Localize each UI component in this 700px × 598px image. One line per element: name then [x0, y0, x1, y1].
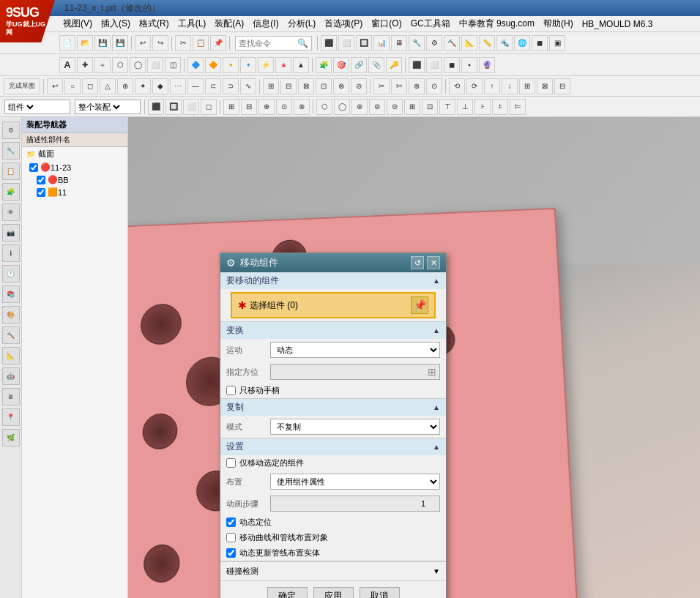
- tb2-c[interactable]: ＋: [94, 57, 111, 73]
- tb3-c[interactable]: ◻: [82, 78, 98, 94]
- sidebar-assembly[interactable]: 🔧: [2, 142, 20, 160]
- toolbar-btn-a[interactable]: ⬛: [321, 35, 337, 51]
- tb2-h[interactable]: 🔷: [187, 57, 204, 73]
- nav-item-11[interactable]: 🟧 11: [22, 186, 127, 198]
- tb3-i[interactable]: —: [187, 78, 204, 94]
- tb3-a[interactable]: ↩: [47, 78, 63, 94]
- tb4-o[interactable]: ⊞: [404, 99, 420, 115]
- toolbar-paste[interactable]: 📌: [210, 35, 226, 51]
- menu-tools[interactable]: 工具(L): [174, 16, 211, 31]
- tb3-n[interactable]: ⊟: [280, 78, 297, 94]
- component-filter[interactable]: 组件: [4, 100, 70, 114]
- sidebar-view[interactable]: 👁: [2, 203, 20, 221]
- tb4-d[interactable]: ◻: [201, 99, 217, 115]
- tb3-aa[interactable]: ⊞: [519, 78, 535, 94]
- tb4-t[interactable]: ⊧: [492, 99, 508, 115]
- toolbar-3d-rotate[interactable]: 🌐: [514, 35, 530, 51]
- tb3-v[interactable]: ⊙: [426, 78, 442, 94]
- tb4-a[interactable]: ⬛: [148, 99, 164, 115]
- sidebar-parts[interactable]: 🧩: [2, 183, 20, 201]
- tb3-k[interactable]: ⊃: [223, 78, 239, 94]
- toolbar-view1[interactable]: ◼: [532, 35, 548, 51]
- select-component-row[interactable]: ✱ 选择组件 (0) 📌: [231, 292, 436, 318]
- toolbar-btn-f[interactable]: 🔧: [409, 35, 425, 51]
- dialog-close-btn[interactable]: ✕: [427, 256, 440, 269]
- menu-hb[interactable]: HB_MOULD M6.3: [578, 18, 658, 31]
- section-move-header[interactable]: 要移动的组件 ▲: [220, 272, 446, 289]
- tb4-n[interactable]: ⊝: [387, 99, 403, 115]
- tb4-c[interactable]: ⬜: [183, 99, 199, 115]
- ok-button[interactable]: 确定: [267, 587, 308, 598]
- update-pipe-check[interactable]: [226, 548, 236, 558]
- sidebar-build[interactable]: 🔨: [2, 326, 20, 344]
- tb4-e[interactable]: ⊞: [223, 99, 239, 115]
- tb3-p[interactable]: ⊡: [316, 78, 332, 94]
- toolbar-btn-j[interactable]: 📏: [479, 35, 495, 51]
- sidebar-layers[interactable]: 📚: [2, 285, 20, 303]
- assembly-select[interactable]: 整个装配: [75, 100, 122, 113]
- tb3-q[interactable]: ⊗: [333, 78, 349, 94]
- nav-check-1123[interactable]: [29, 163, 38, 172]
- tb2-q[interactable]: 🔗: [351, 57, 367, 73]
- tb3-s[interactable]: ✂: [373, 78, 390, 94]
- handle-only-check[interactable]: [226, 386, 236, 395]
- tb2-e[interactable]: ◯: [130, 57, 146, 73]
- tb4-k[interactable]: ◯: [334, 99, 350, 115]
- tb3-l[interactable]: ∿: [240, 78, 256, 94]
- section-transform-header[interactable]: 变换 ▲: [220, 322, 446, 339]
- tb2-p[interactable]: 🎯: [333, 57, 349, 73]
- tb3-o[interactable]: ⊠: [298, 78, 314, 94]
- tb2-d[interactable]: ⬡: [112, 57, 128, 73]
- direction-input[interactable]: ⊞: [270, 364, 440, 380]
- toolbar-undo[interactable]: ↩: [135, 35, 151, 51]
- tb2-i[interactable]: 🔶: [205, 57, 221, 73]
- nav-item-11-23[interactable]: 🔴 11-23: [22, 161, 127, 173]
- menu-format[interactable]: 格式(R): [135, 16, 174, 31]
- tb2-b[interactable]: ✚: [77, 57, 93, 73]
- tb2-u[interactable]: ⬜: [426, 57, 442, 73]
- tb2-w[interactable]: ▪: [461, 57, 477, 73]
- nav-check-11[interactable]: [37, 188, 45, 197]
- tb3-d[interactable]: △: [100, 78, 116, 94]
- tb3-f[interactable]: ✦: [135, 78, 151, 94]
- nav-check-bb[interactable]: [37, 176, 45, 184]
- sidebar-settings[interactable]: ⚙: [2, 122, 20, 139]
- toolbar-btn-d[interactable]: 📊: [373, 35, 390, 51]
- tb4-h[interactable]: ⊙: [276, 99, 292, 115]
- tb3-h[interactable]: ⋯: [170, 78, 186, 94]
- toolbar-view2[interactable]: ▣: [549, 35, 565, 51]
- tb3-j[interactable]: ⊂: [205, 78, 221, 94]
- toolbar-redo[interactable]: ↪: [152, 35, 168, 51]
- tb4-p[interactable]: ⊡: [422, 99, 438, 115]
- tb4-s[interactable]: ⊦: [474, 99, 491, 115]
- toolbar-new[interactable]: 📄: [59, 35, 75, 51]
- menu-analysis[interactable]: 分析(L): [283, 16, 321, 31]
- tb4-r[interactable]: ⊥: [457, 99, 473, 115]
- tb2-s[interactable]: 🔑: [386, 57, 402, 73]
- tb2-x[interactable]: 🔮: [479, 57, 495, 73]
- apply-button[interactable]: 应用: [313, 587, 354, 598]
- only-selected-check[interactable]: [226, 458, 236, 468]
- toolbar-btn-b[interactable]: ⬜: [338, 35, 354, 51]
- dialog-refresh-btn[interactable]: ↺: [411, 256, 424, 269]
- move-pipe-check[interactable]: [226, 533, 236, 542]
- dynamic-pos-check[interactable]: [226, 517, 236, 527]
- tb2-r[interactable]: 📎: [368, 57, 384, 73]
- nav-item-bb[interactable]: 🔴 BB: [22, 173, 127, 186]
- tb3-x[interactable]: ⟳: [466, 78, 483, 94]
- tb3-z[interactable]: ↓: [502, 78, 518, 94]
- tb2-k[interactable]: 🔹: [240, 57, 256, 73]
- sidebar-camera[interactable]: 📷: [2, 224, 20, 242]
- tb3-ac[interactable]: ⊟: [554, 78, 570, 94]
- search-input[interactable]: [239, 39, 297, 48]
- tb4-m[interactable]: ⊜: [369, 99, 385, 115]
- viewport[interactable]: Z XC YC ⚙ 移动组件 ↺: [128, 117, 700, 598]
- tb3-w[interactable]: ⟲: [449, 78, 465, 94]
- tb3-m[interactable]: ⊞: [263, 78, 279, 94]
- assembly-filter[interactable]: 整个装配: [75, 100, 141, 114]
- tb2-l[interactable]: ⚡: [258, 57, 274, 73]
- tb3-u[interactable]: ⊕: [409, 78, 425, 94]
- tb4-b[interactable]: 🔲: [165, 99, 182, 115]
- component-select[interactable]: 组件: [5, 100, 36, 113]
- sidebar-display[interactable]: 🖥: [2, 388, 20, 405]
